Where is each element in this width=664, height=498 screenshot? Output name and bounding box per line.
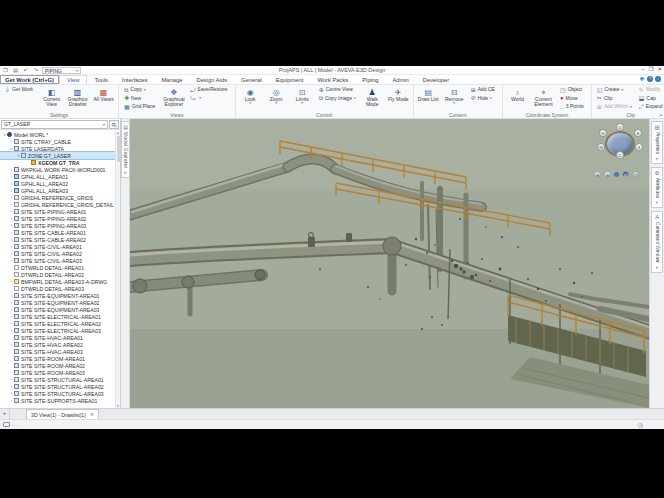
ribbon-button[interactable]: ▥ Graphics Drawlist [65,86,90,112]
tree-item[interactable]: › SITE SITE-ELECTRICAL-AREA01 [0,313,120,320]
ribbon-button[interactable]: ⊟ Remove ▾ [442,86,467,112]
ribbon-button[interactable]: ⊞ Add CE [468,86,500,95]
ribbon-tab[interactable]: Design Aids [189,75,234,84]
tree-item[interactable]: › SITE SITE-ELECTRICAL-AREA02 [0,320,120,327]
navigation-compass[interactable]: U N E W S D [597,125,643,167]
ribbon-button[interactable]: ⊕ Centre View [316,86,359,95]
tree-item[interactable]: › SITE SITE-HVAC-AREA02 [0,341,120,348]
ribbon-button[interactable]: ⊞ Add Within ▾ [594,103,635,112]
3d-viewport[interactable]: U N E W S D ⊕ ⊕ ◍ ◇ [130,119,649,408]
ribbon-button[interactable]: ♟ Walk Mode [360,86,385,112]
ribbon-tab[interactable]: View [59,75,87,84]
compass-east[interactable]: E [634,129,642,137]
style-diamond-icon[interactable]: ❖ [639,76,645,82]
tree-item[interactable]: › SITE SITE-PIPING-AREA01 [0,208,120,215]
ribbon-tab[interactable]: Manage [155,75,190,84]
tree-item[interactable]: › SITE SITE-SUPPORTS-AREA01 [0,397,120,404]
ribbon-tab[interactable]: Piping [355,75,385,84]
close-icon[interactable]: ✕ [655,156,658,161]
compass-up[interactable]: U [616,123,624,131]
ribbon-button[interactable]: ◳ Object [557,86,589,95]
world-view-button[interactable]: ◍ [622,171,629,178]
zoom-out-button[interactable]: ⊕ [604,171,611,178]
close-icon[interactable]: ✕ [90,412,94,417]
ribbon-tab[interactable]: General [234,75,269,84]
ribbon-tab[interactable]: Developer [416,75,456,84]
tree-item[interactable]: › SITE SITE-CABLE-AREA01 [0,229,120,236]
tree-item[interactable]: › SITE SITE-STRUCTURAL-AREA01 [0,376,120,383]
ribbon-button[interactable]: ⧉ Copy Image ▾ [316,95,359,104]
minimize-button[interactable]: – [641,66,644,72]
right-panel-tab[interactable]: ▤ Properties ✕ [651,121,663,164]
ribbon-button[interactable]: ◎ Zoom ▾ [264,86,289,112]
tree-item[interactable]: DTWRLD DETAIL-AREA01 [0,264,120,271]
ribbon-button[interactable]: ∴ 3 Points [557,103,589,112]
ribbon-tab[interactable]: Work Packs [310,75,355,84]
tree-item[interactable]: SITE SITE-HVAC-AREA01 [0,334,120,341]
close-icon[interactable]: ✕ [655,200,658,205]
tree-item[interactable]: › SITE SITE-STRUCTURAL-AREA03 [0,390,120,397]
chevron-down-icon[interactable]: ▾ [103,122,105,127]
ribbon-button[interactable]: ♁ World [505,86,530,112]
restore-button[interactable]: ❐ [648,66,653,72]
compass-south[interactable]: S [635,143,643,151]
close-icon[interactable]: ✕ [124,170,127,175]
get-work-backstage-tab[interactable]: Get Work (Ctrl+G) [0,75,59,84]
origin-button[interactable] [614,172,619,177]
compass-down[interactable]: D [616,151,624,159]
about-icon[interactable]: i [655,76,661,82]
tree-item[interactable]: SITE SITE-ROOM-AREA01 [0,355,120,362]
tree-item[interactable]: › GRIDHL REFERENCE_GRIDS_DETAIL [0,201,120,208]
compass-north[interactable]: N [599,129,607,137]
tree-item[interactable]: › SITE SITE-ELECTRICAL-AREA03 [0,327,120,334]
tree-item[interactable]: › BMFWRL DETAIL-AREA03-A-DRWG [0,278,120,285]
ribbon-button[interactable]: ⤢ Expand [636,103,664,112]
ribbon-button[interactable]: ✚ New [121,95,160,104]
tree-item[interactable]: › GPHL ALL_AREA01 [0,173,120,180]
ribbon-button[interactable]: ⇩ Get Work [2,86,38,95]
tree-item[interactable]: DTWRLD DETAIL-AREA03 [0,285,120,292]
ribbon-tab[interactable]: Tools [87,75,115,84]
tree-item[interactable]: SITE SITE-HVAC-AREA03 [0,348,120,355]
ribbon-button[interactable]: ⬓ Cap [636,95,664,104]
ribbon-tab[interactable]: Equipment [269,75,311,84]
tree-item[interactable]: › SITE SITE-EQUIPMENT-AREA02 [0,299,120,306]
tree-item[interactable]: › SITE SITE-STRUCTURAL-AREA02 [0,383,120,390]
tree-item[interactable]: › SITE SITE-EQUIPMENT-AREA03 [0,306,120,313]
ribbon-button[interactable]: ✂ Clip [594,95,635,104]
ribbon-tab[interactable]: Interfaces [115,75,154,84]
tree-item[interactable]: › WKPKHL WORK-PACK-WORLD001 [0,166,120,173]
search-input-wrap[interactable]: ▾ [1,120,108,129]
ribbon-button[interactable]: ◉ Look ▾ [238,86,263,112]
iso-view-button[interactable]: ◇ [632,171,639,178]
zoom-in-button[interactable]: ⊕ [594,171,601,178]
scroll-thumb[interactable] [117,136,120,162]
history-icon[interactable]: ◷ [638,421,643,428]
tree-item[interactable]: › SITE SITE-PIPING-AREA03 [0,222,120,229]
tree-item[interactable]: XGEOM GT_TRA [0,159,120,166]
tree-item[interactable]: › SITE SITE-CIVIL-AREA01 [0,243,120,250]
compass-west[interactable]: W [597,143,605,151]
ribbon-collapse-icon[interactable]: ▴ [660,112,662,117]
tree-item[interactable]: › SITE SITE-EQUIPMENT-AREA01 [0,292,120,299]
tree-item[interactable]: › SITE SITE-CABLE-AREA02 [0,236,120,243]
ribbon-button[interactable]: ▦ Grid Plane [121,103,160,112]
tree-item[interactable]: › SITE CTRAY_CABLE [0,138,120,145]
tree-item[interactable]: ∨ SITE LASERDATA [0,145,120,152]
help-icon[interactable]: ? [647,76,653,82]
ribbon-button[interactable]: ⤿ ▾ [187,95,232,104]
ribbon-button[interactable]: ▦ All Views [91,86,116,112]
scroll-up-icon[interactable]: ▴ [116,131,120,135]
tree-scrollbar[interactable]: ▴ ▾ [115,131,120,408]
tree-item[interactable]: › GRIDHL REFERENCE_GRIDS [0,194,120,201]
tree-item[interactable]: › GPHL ALL_AREA02 [0,180,120,187]
ribbon-button[interactable]: ❖ Graphical Explorer [161,86,186,112]
ribbon-button[interactable]: ⧉ Copy ▾ [121,86,160,95]
ribbon-tab[interactable]: Admin [385,75,415,84]
active-view-tab[interactable]: 3D View(1) - Drawlist(1) ✕ [26,409,99,419]
right-panel-tab[interactable]: ⚙ Attributes ✕ [651,167,663,208]
ribbon-button[interactable]: ⌖ Current Element [531,86,556,112]
ribbon-button[interactable]: ◱ Create ▾ [594,86,635,95]
ribbon-button[interactable]: ● Move [557,95,589,104]
tree-item[interactable]: SITE SITE-ROOM-AREA03 [0,369,120,376]
